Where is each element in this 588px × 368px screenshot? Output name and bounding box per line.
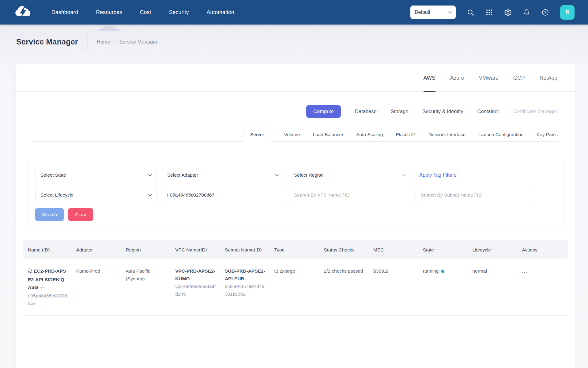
filter-panel: Select State Select Adapter Select Regio…	[28, 161, 564, 228]
service-manager-card: AWS Azure VMware GCP NetApp Compute Data…	[16, 64, 575, 368]
category-tab-compute[interactable]: Compute	[306, 105, 341, 118]
col-type: Type	[271, 240, 320, 259]
provider-tabs: AWS Azure VMware GCP NetApp	[16, 64, 575, 92]
help-icon[interactable]: ?	[541, 9, 549, 16]
chevron-down-icon	[448, 10, 452, 13]
apply-tag-filters-link[interactable]: Apply Tag Filters	[416, 172, 556, 178]
nav-item-automation[interactable]: Automation	[207, 0, 235, 25]
category-tab-certificate-manager: Certificate Manager	[513, 109, 557, 114]
subnet-search-input[interactable]	[416, 188, 533, 202]
provider-tab-aws[interactable]: AWS	[424, 75, 435, 92]
resource-tab-network-interface[interactable]: Network Interface	[428, 128, 466, 141]
user-avatar[interactable]: R	[560, 5, 575, 20]
resource-tab-launch-configuration[interactable]: Launch Configuration	[478, 128, 523, 141]
server-instance-id: i-05a40465c02708d67	[28, 292, 69, 308]
breadcrumb-current: Service Manager	[119, 39, 157, 45]
chevron-down-icon	[275, 173, 278, 176]
servers-table-wrapper: Name (ID) Adapter Region VPC Name(ID) Su…	[23, 240, 568, 316]
resource-tab-volume[interactable]: Volume	[284, 128, 300, 141]
state-select[interactable]: Select State	[35, 168, 156, 182]
category-tab-container[interactable]: Container	[477, 109, 499, 114]
breadcrumb-home[interactable]: Home	[97, 39, 110, 45]
workspace-select-value: Default	[415, 10, 430, 15]
page-header: Service Manager Home - Service Manager	[0, 25, 588, 50]
nav-item-dashboard[interactable]: Dashboard	[51, 0, 78, 25]
lifecycle-select-value: Select Lifecycle	[40, 192, 74, 198]
autoscaling-arrows-icon	[40, 285, 44, 292]
chevron-down-icon	[148, 193, 152, 196]
nav-item-resources[interactable]: Resources	[96, 0, 122, 25]
cell-region: Asia Pacific (Sydney)	[122, 259, 172, 315]
nav-item-security[interactable]: Security	[169, 0, 189, 25]
cell-mec: $309.2	[370, 259, 419, 315]
vpc-id: vpc-0efee3ace3a9fd145	[175, 283, 217, 298]
breadcrumb: Home - Service Manager	[97, 39, 157, 45]
adapter-select-value: Select Adapter	[167, 172, 198, 178]
top-navbar: Dashboard Resources Cost Security Automa…	[0, 0, 588, 25]
category-tabs: Compute Database Storage Security & Iden…	[16, 92, 575, 118]
clear-button[interactable]: Clear	[68, 208, 93, 221]
resource-tab-key-pairs[interactable]: Key Pair's	[537, 128, 558, 141]
state-select-value: Select State	[40, 172, 66, 178]
main-nav: Dashboard Resources Cost Security Automa…	[51, 0, 234, 25]
workspace-select[interactable]: Default	[410, 6, 456, 19]
cell-adapter: Kumo-Prod	[73, 259, 122, 315]
app-logo[interactable]	[13, 5, 33, 20]
vpc-search-input[interactable]	[289, 188, 410, 202]
provider-tab-vmware[interactable]: VMware	[479, 75, 499, 91]
provider-tab-netapp[interactable]: NetApp	[540, 75, 557, 91]
category-tab-database[interactable]: Database	[355, 109, 377, 114]
col-subnet-name-id: Subnet Name(ID)	[221, 240, 271, 259]
col-lifecycle: Lifecycle	[469, 240, 518, 259]
subnet-name: SUB-PRD-APSE2-API-PUB	[225, 267, 267, 283]
linux-penguin-icon	[28, 268, 32, 276]
col-actions: Actions	[518, 240, 568, 259]
lifecycle-select[interactable]: Select Lifecycle	[35, 188, 156, 202]
category-tab-security-identity[interactable]: Security & Identity	[422, 109, 463, 114]
cell-type: t3.2xlarge	[271, 259, 320, 315]
subnet-id: subnet-057ee1d46301ac002	[225, 283, 267, 298]
vpc-name: VPC-PRD-APSE2-KUMO	[175, 267, 217, 283]
adapter-select[interactable]: Select Adapter	[162, 168, 283, 182]
col-name-id: Name (ID)	[23, 240, 73, 259]
search-button[interactable]: Search	[35, 208, 64, 221]
server-name[interactable]: EC2-PRD-APSE2-API-SIDEKIQ-ASG	[28, 268, 66, 290]
resource-tab-load-balancer[interactable]: Load Balancer	[313, 128, 343, 141]
instance-search-input[interactable]	[162, 188, 283, 202]
cell-state: running	[419, 259, 469, 315]
col-vpc-name-id: VPC Name(ID)	[172, 240, 221, 259]
region-select-value: Select Region	[294, 172, 324, 178]
provider-tab-gcp[interactable]: GCP	[513, 75, 525, 91]
nav-item-cost[interactable]: Cost	[140, 0, 151, 25]
category-tab-storage[interactable]: Storage	[391, 109, 409, 114]
provider-tab-azure[interactable]: Azure	[450, 75, 464, 91]
col-mec: MEC	[370, 240, 419, 259]
col-region: Region	[122, 240, 172, 259]
resource-tabs: Server Volume Load Balancer Auto Scaling…	[32, 128, 558, 142]
resource-tab-elastic-ip[interactable]: Elastic IP	[396, 128, 416, 141]
apps-grid-icon[interactable]	[485, 9, 493, 16]
resource-tab-server[interactable]: Server	[243, 128, 271, 142]
running-status-dot	[441, 270, 444, 273]
chevron-down-icon	[148, 173, 152, 176]
search-icon[interactable]	[467, 9, 474, 16]
col-state: State	[419, 240, 469, 259]
servers-table: Name (ID) Adapter Region VPC Name(ID) Su…	[23, 240, 568, 316]
notifications-bell-icon[interactable]	[523, 9, 530, 16]
chevron-down-icon	[402, 173, 405, 176]
state-text: running	[423, 268, 439, 274]
cloud-lightning-logo-icon	[13, 5, 33, 20]
breadcrumb-separator: -	[114, 39, 116, 45]
resource-tab-auto-scaling[interactable]: Auto Scaling	[356, 128, 383, 141]
col-status-checks: Status Checks	[320, 240, 370, 259]
header-divider	[87, 34, 88, 50]
page-title: Service Manager	[16, 37, 78, 46]
settings-gear-icon[interactable]	[504, 9, 512, 16]
table-row: EC2-PRD-APSE2-API-SIDEKIQ-ASG i-05a40465…	[23, 259, 568, 315]
region-select[interactable]: Select Region	[289, 168, 410, 182]
svg-text:?: ?	[544, 10, 546, 14]
cell-lifecycle: normal	[469, 259, 518, 315]
cell-status-checks: 2/2 checks passed	[320, 259, 370, 315]
col-adapter: Adapter	[73, 240, 122, 259]
row-actions-menu[interactable]: ...	[518, 259, 568, 315]
